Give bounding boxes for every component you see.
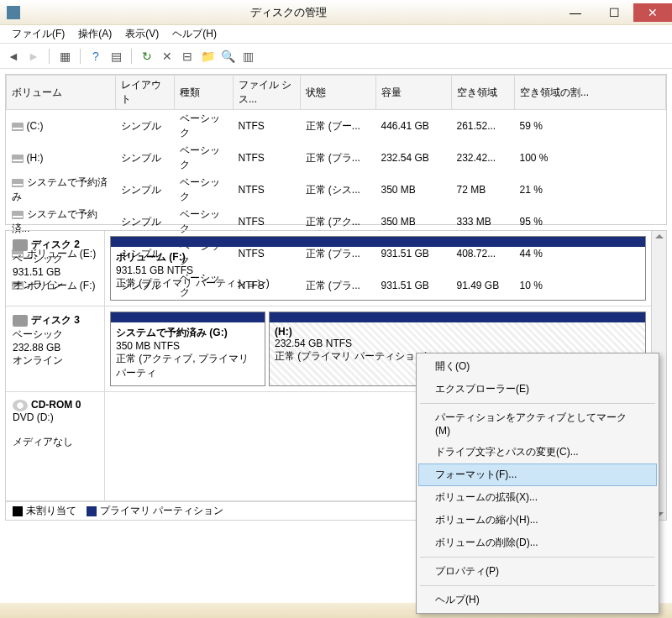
delete-icon[interactable]: ✕ <box>159 48 176 65</box>
refresh-icon[interactable]: ↻ <box>139 48 155 65</box>
context-menu: 開く(O) エクスプローラー(E) パーティションをアクティブとしてマーク(M)… <box>416 353 659 614</box>
volume-icon <box>12 123 24 131</box>
table-row[interactable]: (H:)シンプルベーシックNTFS正常 (プラ...232.54 GB232.4… <box>7 142 666 174</box>
table-row[interactable]: (C:)シンプルベーシックNTFS正常 (ブー...446.41 GB261.5… <box>7 110 666 143</box>
minimize-button[interactable]: — <box>556 3 595 22</box>
ctx-format[interactable]: フォーマット(F)... <box>418 464 657 486</box>
close-button[interactable]: ✕ <box>633 3 672 22</box>
titlebar: ディスクの管理 — ☐ ✕ <box>0 0 672 25</box>
disk-row: ディスク 2 ベーシック 931.51 GB オンライン ボリューム (F:) … <box>6 231 651 306</box>
volume-icon <box>12 154 24 163</box>
volume-icon <box>12 179 24 187</box>
forward-icon[interactable]: ► <box>25 48 42 65</box>
menu-action[interactable]: 操作(A) <box>71 25 118 43</box>
partition-g[interactable]: システムで予約済み (G:) 350 MB NTFS 正常 (アクティブ, プラ… <box>110 312 265 386</box>
ctx-properties[interactable]: プロパティ(P) <box>418 560 657 583</box>
help-icon[interactable]: ? <box>87 48 104 65</box>
ctx-shrink-volume[interactable]: ボリュームの縮小(H)... <box>418 509 657 532</box>
col-layout[interactable]: レイアウト <box>116 76 175 110</box>
col-volume[interactable]: ボリューム <box>7 76 116 110</box>
col-free[interactable]: 空き領域 <box>452 76 515 110</box>
legend-primary-swatch <box>87 506 97 516</box>
menu-view[interactable]: 表示(V) <box>118 25 165 43</box>
window-title: ディスクの管理 <box>20 5 556 20</box>
folder-icon[interactable]: 📁 <box>199 48 216 65</box>
disk-icon <box>13 315 28 327</box>
col-capacity[interactable]: 容量 <box>376 76 452 110</box>
col-type[interactable]: 種類 <box>175 76 234 110</box>
cdrom-icon <box>13 400 28 411</box>
ctx-help[interactable]: ヘルプ(H) <box>418 589 657 611</box>
ctx-extend-volume[interactable]: ボリュームの拡張(X)... <box>418 486 657 509</box>
partition-f[interactable]: ボリューム (F:) 931.51 GB NTFS 正常 (プライマリ パーティ… <box>110 236 646 301</box>
ctx-explorer[interactable]: エクスプローラー(E) <box>418 378 657 401</box>
ctx-open[interactable]: 開く(O) <box>418 355 657 378</box>
table-row[interactable]: システムで予約済みシンプルベーシックNTFS正常 (シス...350 MB72 … <box>7 174 666 206</box>
list-icon[interactable]: ▤ <box>108 48 124 65</box>
ctx-change-drive-letter[interactable]: ドライブ文字とパスの変更(C)... <box>418 441 657 464</box>
grid-icon[interactable]: ▦ <box>56 48 73 65</box>
menu-help[interactable]: ヘルプ(H) <box>165 25 223 43</box>
menu-file[interactable]: ファイル(F) <box>5 25 71 43</box>
col-freepct[interactable]: 空き領域の割... <box>515 76 666 110</box>
col-status[interactable]: 状態 <box>301 76 376 110</box>
volume-list[interactable]: ボリューム レイアウト 種類 ファイル シス... 状態 容量 空き領域 空き領… <box>5 74 667 225</box>
back-icon[interactable]: ◄ <box>5 48 22 65</box>
ctx-mark-active[interactable]: パーティションをアクティブとしてマーク(M) <box>418 406 657 441</box>
drive-icon[interactable]: ⊟ <box>179 48 196 65</box>
properties-icon[interactable]: ▥ <box>239 48 256 65</box>
app-icon <box>7 6 20 19</box>
col-fs[interactable]: ファイル シス... <box>234 76 301 110</box>
legend-unallocated-swatch <box>13 506 23 516</box>
toolbar: ◄ ► ▦ ? ▤ ↻ ✕ ⊟ 📁 🔍 ▥ <box>0 44 672 69</box>
search-icon[interactable]: 🔍 <box>219 48 236 65</box>
volume-icon <box>12 211 24 219</box>
maximize-button[interactable]: ☐ <box>595 3 633 22</box>
ctx-delete-volume[interactable]: ボリュームの削除(D)... <box>418 532 657 554</box>
disk-icon <box>13 239 28 251</box>
menubar: ファイル(F) 操作(A) 表示(V) ヘルプ(H) <box>0 25 672 44</box>
